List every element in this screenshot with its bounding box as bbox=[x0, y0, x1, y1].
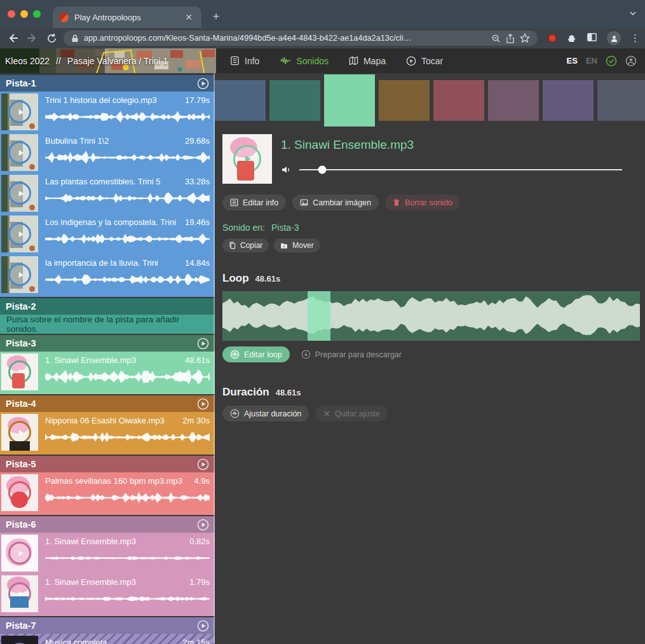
sound-title: 1. Sinawi Ensemble.mp3 bbox=[281, 138, 636, 152]
clip-waveform bbox=[45, 589, 210, 609]
nav-tab-tocar[interactable]: Tocar bbox=[406, 56, 443, 66]
clip-item[interactable]: 1. Sinawi Ensemble.mp348.61s bbox=[1, 353, 215, 392]
delete-sound-button[interactable]: Borrar sonido bbox=[385, 195, 460, 210]
edit-loop-button[interactable]: Editar loop bbox=[222, 346, 290, 362]
track-color-swatch-1[interactable] bbox=[215, 80, 266, 121]
sound-cover-image[interactable] bbox=[222, 134, 272, 184]
reload-button[interactable] bbox=[44, 30, 60, 46]
nav-tab-sonidos[interactable]: Sonidos bbox=[280, 56, 329, 66]
sidebar-scrollbar[interactable] bbox=[214, 73, 215, 644]
tab-search-chevron-icon[interactable] bbox=[628, 9, 637, 20]
track-name: Pista-4 bbox=[6, 399, 197, 409]
clip-play-button[interactable] bbox=[8, 182, 31, 205]
clip-item[interactable]: Palmas sevillanas 160 bpm mp3.mp34.9s bbox=[1, 474, 215, 513]
clip-title: la importancia de la lluvia. Trini bbox=[45, 258, 158, 268]
clip-play-button[interactable] bbox=[8, 263, 31, 286]
track-color-swatch-2[interactable] bbox=[269, 80, 320, 121]
browser-menu-kebab-icon[interactable]: ⋮ bbox=[630, 32, 640, 44]
browser-tab[interactable]: Play Antropoloops ✕ bbox=[53, 6, 201, 28]
track-header-pista-6[interactable]: Pista-6 bbox=[0, 516, 215, 533]
track-header-pista-2[interactable]: Pista-2 bbox=[0, 298, 215, 315]
sound-detail-main: 1. Sinawi Ensemble.mp3 Editar info bbox=[215, 73, 645, 644]
edit-info-button[interactable]: Editar info bbox=[222, 195, 286, 210]
breadcrumb-path[interactable]: Pasaje Valvanera / Trini 1 bbox=[67, 56, 168, 66]
window-zoom-button[interactable] bbox=[33, 10, 41, 18]
track-play-button[interactable] bbox=[197, 458, 209, 470]
clip-item[interactable]: Musica completa2m 15s bbox=[1, 635, 215, 644]
track-header-pista-7[interactable]: Pista-7 bbox=[0, 617, 215, 634]
track-color-swatch-3[interactable] bbox=[324, 74, 375, 127]
loop-waveform bbox=[222, 291, 640, 341]
image-icon bbox=[300, 198, 308, 207]
account-icon[interactable] bbox=[625, 55, 637, 67]
recording-indicator-icon[interactable] bbox=[548, 34, 557, 43]
tab-close-icon[interactable]: ✕ bbox=[182, 11, 195, 24]
share-icon[interactable] bbox=[506, 34, 515, 43]
track-header-pista-4[interactable]: Pista-4 bbox=[0, 395, 215, 412]
clip-item[interactable]: 1. Sinawi Ensemble.mp30.82s bbox=[1, 534, 215, 573]
move-button[interactable]: Mover bbox=[274, 238, 320, 252]
track-play-button[interactable] bbox=[197, 519, 209, 531]
nav-tab-mapa[interactable]: Mapa bbox=[349, 56, 386, 66]
sound-play-button[interactable] bbox=[233, 145, 261, 173]
track-color-swatch-6[interactable] bbox=[488, 80, 539, 121]
clip-item[interactable]: Los indigenas y la compostela. Trini19.4… bbox=[1, 215, 215, 254]
side-panel-icon[interactable] bbox=[587, 32, 597, 45]
clip-play-button[interactable] bbox=[8, 542, 31, 565]
change-image-button[interactable]: Cambiar imágen bbox=[292, 195, 379, 210]
track-play-button[interactable] bbox=[197, 338, 209, 350]
track-color-swatch-7[interactable] bbox=[543, 80, 594, 121]
track-header-pista-1[interactable]: Pista-1 bbox=[0, 75, 215, 92]
adjust-wave-icon bbox=[230, 409, 240, 418]
clip-item[interactable]: Nipponia 06 Esashi Oiwake.mp32m 30s bbox=[1, 413, 215, 453]
loop-waveform-panel[interactable] bbox=[222, 291, 640, 341]
track-color-swatch-8[interactable] bbox=[597, 80, 645, 121]
copy-button[interactable]: Copiar bbox=[222, 238, 269, 252]
zoom-icon[interactable] bbox=[491, 34, 501, 43]
clip-play-button[interactable] bbox=[8, 141, 31, 164]
track-color-swatch-5[interactable] bbox=[433, 80, 484, 121]
track-play-button[interactable] bbox=[197, 398, 209, 410]
volume-slider[interactable] bbox=[299, 169, 622, 170]
nav-tab-info[interactable]: Info bbox=[230, 56, 259, 66]
lang-es-button[interactable]: ES bbox=[567, 56, 578, 65]
forward-button[interactable] bbox=[25, 30, 41, 46]
clip-play-button[interactable] bbox=[8, 100, 31, 123]
track-header-pista-5[interactable]: Pista-5 bbox=[0, 456, 215, 472]
copy-icon bbox=[229, 242, 236, 249]
clip-play-button[interactable] bbox=[8, 481, 31, 504]
address-bar[interactable]: app.antropoloops.com/Kleos-Santa-Marina/… bbox=[64, 31, 538, 46]
track-header-pista-3[interactable]: Pista-3 bbox=[0, 335, 215, 352]
track-play-button[interactable] bbox=[197, 620, 209, 632]
clip-item[interactable]: la importancia de la lluvia. Trini14.84s bbox=[1, 256, 215, 295]
clip-play-button[interactable] bbox=[8, 223, 31, 245]
back-button[interactable] bbox=[5, 30, 21, 46]
prepare-download-button[interactable]: Preparar para descargar bbox=[299, 346, 404, 362]
remove-adjust-button[interactable]: ✕ Quitar ajuste bbox=[315, 406, 388, 421]
clip-play-button[interactable] bbox=[8, 360, 31, 383]
adjust-duration-button[interactable]: Ajustar duración bbox=[222, 406, 309, 421]
clip-play-button[interactable] bbox=[8, 582, 31, 605]
clip-play-button[interactable] bbox=[8, 421, 31, 444]
profile-avatar-icon[interactable] bbox=[607, 31, 621, 45]
extensions-puzzle-icon[interactable] bbox=[566, 32, 577, 45]
clip-title: 1. Sinawi Ensemble.mp3 bbox=[45, 355, 136, 365]
map-thumbnail-breadcrumb[interactable]: Kleos 2022 // Pasaje Valvanera / Trini 1 bbox=[0, 48, 216, 73]
window-minimize-button[interactable] bbox=[20, 10, 28, 18]
breadcrumb-project[interactable]: Kleos 2022 bbox=[5, 56, 50, 66]
new-tab-button[interactable]: + bbox=[208, 8, 224, 25]
volume-slider-thumb[interactable] bbox=[318, 166, 326, 174]
clip-item[interactable]: Las plantas comestibles. Trini 533.28s bbox=[1, 174, 215, 214]
clip-item[interactable]: 1. Sinawi Ensemble.mp31.79s bbox=[1, 575, 215, 614]
track-color-swatch-4[interactable] bbox=[379, 80, 430, 121]
loop-playhead[interactable] bbox=[308, 291, 330, 341]
window-close-button[interactable] bbox=[8, 10, 15, 18]
bookmark-star-icon[interactable] bbox=[520, 33, 530, 43]
clip-item[interactable]: Bubulina Trini 1\229.68s bbox=[1, 134, 215, 173]
clip-item[interactable]: Trini 1 historia del colegio.mp317.79s bbox=[1, 93, 215, 132]
lang-en-button[interactable]: EN bbox=[586, 56, 597, 65]
sound-track-link[interactable]: Pista-3 bbox=[271, 223, 299, 233]
clip-title: Los indigenas y la compostela. Trini bbox=[45, 217, 176, 227]
track-play-button[interactable] bbox=[197, 78, 209, 90]
map-icon bbox=[349, 56, 358, 65]
